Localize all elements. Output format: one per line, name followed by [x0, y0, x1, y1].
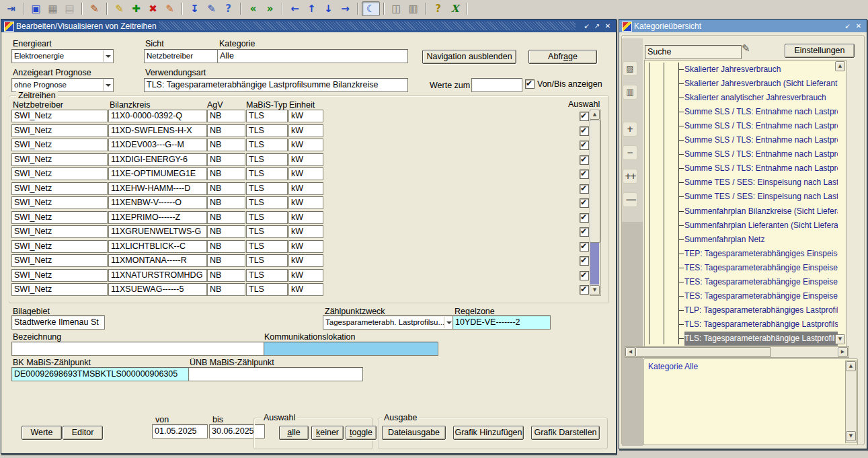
row-auswahl-checkbox[interactable]	[580, 155, 589, 165]
dateiausgabe-button[interactable]: Dateiausgabe	[382, 426, 446, 440]
cell-netzbetreiber[interactable]: SWI_Netz	[11, 225, 108, 238]
bilagebiet-field[interactable]: Stadtwerke Ilmenau St	[11, 315, 105, 330]
cell-einheit[interactable]: kW	[288, 153, 323, 166]
verwendungsart-field[interactable]: TLS: Tagesparameterabhängige Lastprofils…	[144, 78, 408, 92]
tree-item-label[interactable]: TLS: Tagesparameterabhängige Lastprofils…	[684, 317, 838, 332]
cell-einheit[interactable]: kW	[288, 240, 323, 253]
cell-mabis-typ[interactable]: TLS	[246, 254, 288, 267]
grafik-darstellen-button[interactable]: Grafik Darstellen	[531, 426, 600, 440]
cell-bilanzkreis[interactable]: 11XNATURSTROMHDG	[108, 269, 207, 282]
vonbis-checkbox[interactable]	[525, 79, 535, 89]
row-auswahl-checkbox[interactable]	[580, 271, 589, 280]
tree-item-label[interactable]: Summenfahrplan Lieferanten (Sicht Liefer…	[684, 219, 838, 233]
move-up-icon[interactable]: ↑	[303, 1, 320, 16]
cell-netzbetreiber[interactable]: SWI_Netz	[11, 211, 108, 224]
download-icon[interactable]: ↧	[186, 1, 203, 16]
select-edit-icon[interactable]: ✎	[111, 1, 128, 16]
list-icon[interactable]: ▤	[61, 1, 78, 16]
cell-mabis-typ[interactable]: TLS	[246, 240, 288, 253]
cell-einheit[interactable]: kW	[288, 124, 323, 137]
cell-mabis-typ[interactable]: TLS	[246, 211, 288, 224]
expand-all-icon[interactable]	[623, 169, 637, 184]
cell-bilanzkreis[interactable]: 11XE-OPTIMUMEG1E	[108, 167, 207, 180]
cell-agv[interactable]: NB	[207, 254, 245, 267]
cell-einheit[interactable]: kW	[288, 211, 323, 224]
abfrage-button[interactable]: Abfrage	[528, 50, 597, 64]
tree-item-label[interactable]: Summe SLS / TLS: Entnahme nach Lastprofi…	[684, 147, 838, 161]
tree-item-label[interactable]: TES: Tagesparameterabhängige Einspeisepr…	[684, 289, 838, 303]
tree-item-label[interactable]: Summenfahrplan Bilanzkreise (Sicht Liefe…	[684, 204, 838, 219]
cell-mabis-typ[interactable]: TLS	[246, 167, 288, 180]
category-close-button[interactable]	[854, 22, 863, 30]
delete-icon[interactable]: ✖	[145, 1, 161, 16]
cell-einheit[interactable]: kW	[288, 225, 323, 238]
help-icon[interactable]: ?	[220, 1, 237, 16]
cell-bilanzkreis[interactable]: 11XSUEWAG------5	[108, 283, 207, 296]
cell-bilanzkreis[interactable]: 11XGRUENWELTWS-G	[108, 225, 207, 238]
add-icon[interactable]: ✚	[128, 1, 145, 16]
row-auswahl-checkbox[interactable]	[580, 112, 589, 121]
cell-mabis-typ[interactable]: TLS	[246, 269, 288, 282]
cell-netzbetreiber[interactable]: SWI_Netz	[11, 182, 108, 195]
cell-mabis-typ[interactable]: TLS	[246, 110, 288, 122]
zaehlpunktzweck-dropdown[interactable]: Tagesparameterabh. Lastprofilsu...	[323, 315, 455, 330]
row-auswahl-checkbox[interactable]	[580, 227, 589, 237]
tree-item-label[interactable]: Summe TES / SES: Einspeisung nach Lastpr…	[684, 190, 838, 204]
cell-netzbetreiber[interactable]: SWI_Netz	[11, 139, 108, 151]
tree-scroll-down-icon[interactable]	[835, 334, 845, 344]
tree-item-label[interactable]: Skalierter Jahresverbrauch (Sicht Liefer…	[684, 77, 838, 91]
tree-item-label[interactable]: TES: Tagesparameterabhängige Einspeisepr…	[684, 275, 838, 289]
minimize-button[interactable]	[582, 22, 592, 30]
cell-bilanzkreis[interactable]: 11X0-0000-0392-Q	[108, 110, 207, 122]
cell-einheit[interactable]: kW	[288, 196, 323, 209]
cell-agv[interactable]: NB	[207, 110, 245, 122]
keiner-button[interactable]: keiner	[311, 426, 344, 440]
cell-agv[interactable]: NB	[207, 139, 245, 151]
tree-item-label[interactable]: Skalierter analytischer Jahresverbrauch	[684, 91, 838, 105]
cell-agv[interactable]: NB	[207, 124, 245, 137]
alle-button[interactable]: alle	[279, 426, 309, 440]
collapse-all-icon[interactable]	[623, 192, 637, 207]
cell-agv[interactable]: NB	[207, 153, 245, 166]
move-right-icon[interactable]: →	[337, 1, 354, 16]
cell-agv[interactable]: NB	[207, 269, 245, 282]
grafik-hinzufuegen-button[interactable]: Grafik Hinzufügen	[453, 426, 524, 440]
delete-category-icon[interactable]	[623, 85, 637, 100]
cell-netzbetreiber[interactable]: SWI_Netz	[11, 283, 108, 296]
cell-bilanzkreis[interactable]: 11XEPRIMO------Z	[108, 211, 207, 224]
edit-icon[interactable]: ✎	[203, 1, 220, 16]
row-auswahl-checkbox[interactable]	[580, 256, 589, 266]
werte-zum-input[interactable]	[471, 78, 522, 92]
paste-icon[interactable]: ▥	[405, 1, 422, 16]
edit-category-icon[interactable]: ✎	[742, 42, 750, 54]
tree-hscroll-thumb[interactable]	[635, 347, 771, 357]
table-scroll-down-icon[interactable]	[590, 285, 600, 295]
print-icon[interactable]: ▦	[44, 1, 61, 16]
kommunikationslokation-field[interactable]	[264, 342, 438, 356]
cell-netzbetreiber[interactable]: SWI_Netz	[11, 196, 108, 209]
cell-mabis-typ[interactable]: TLS	[246, 139, 288, 151]
bk-mabis-field[interactable]: DE00092698693TMSBKTLS000000906305	[11, 367, 189, 381]
cell-einheit[interactable]: kW	[288, 110, 323, 122]
tree-item-label[interactable]: TES: Tagesparameterabhängige Einspeisepr…	[684, 261, 838, 275]
editor-button[interactable]: Editor	[63, 426, 103, 440]
unb-mabis-field[interactable]	[188, 367, 363, 381]
close-button[interactable]	[603, 22, 613, 30]
tree-item-label[interactable]: Summe TES / SES: Einspeisung nach Lastpr…	[684, 176, 838, 190]
cell-agv[interactable]: NB	[207, 240, 245, 253]
main-window-titlebar[interactable]: Bearbeiten/Visualisieren von Zeitreihen	[1, 20, 616, 32]
row-auswahl-checkbox[interactable]	[580, 126, 589, 136]
clear-icon[interactable]	[623, 61, 637, 76]
excel-icon[interactable]: X	[446, 1, 463, 16]
row-auswahl-checkbox[interactable]	[580, 198, 589, 208]
cell-einheit[interactable]: kW	[288, 182, 323, 195]
werte-button[interactable]: Werte	[22, 426, 62, 440]
table-scroll-up-icon[interactable]	[590, 110, 600, 120]
lasso-edit-icon[interactable]: ✎	[161, 1, 178, 16]
tree-scroll-up-icon[interactable]	[835, 61, 845, 71]
bezeichnung-field[interactable]	[11, 342, 265, 356]
cell-agv[interactable]: NB	[207, 182, 245, 195]
cell-mabis-typ[interactable]: TLS	[246, 124, 288, 137]
category-window-titlebar[interactable]: Kategorieübersicht	[619, 20, 867, 32]
move-down-icon[interactable]: ↓	[320, 1, 337, 16]
